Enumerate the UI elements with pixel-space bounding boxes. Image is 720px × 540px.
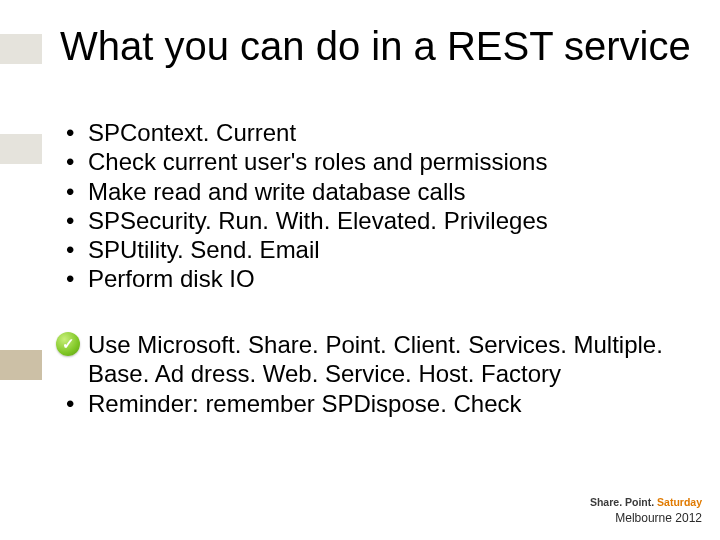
bullet-item: SPSecurity. Run. With. Elevated. Privile… <box>60 206 680 235</box>
footer: Share. Point. Saturday Melbourne 2012 <box>590 496 702 526</box>
note-use: ✓ Use Microsoft. Share. Point. Client. S… <box>60 330 680 389</box>
decoration-bar-top <box>0 34 42 64</box>
footer-location: Melbourne 2012 <box>590 511 702 526</box>
slide: What you can do in a REST service SPCont… <box>0 0 720 540</box>
checkmark-icon: ✓ <box>56 332 80 356</box>
bullet-item: Make read and write database calls <box>60 177 680 206</box>
footer-brand: Share. Point. Saturday <box>590 496 702 509</box>
decoration-bar-middle <box>0 134 42 164</box>
reminder-list: Reminder: remember SPDispose. Check <box>60 389 680 418</box>
bullet-item: SPUtility. Send. Email <box>60 235 680 264</box>
bullet-item: Perform disk IO <box>60 264 680 293</box>
footer-brand-part1: Share. Point. <box>590 496 654 508</box>
bullet-item: Check current user's roles and permissio… <box>60 147 680 176</box>
bullet-item: SPContext. Current <box>60 118 680 147</box>
note-use-text: Use Microsoft. Share. Point. Client. Ser… <box>88 331 663 387</box>
footer-brand-part2: Saturday <box>654 496 702 508</box>
slide-title: What you can do in a REST service <box>60 24 691 69</box>
body-list-primary: SPContext. Current Check current user's … <box>60 118 680 294</box>
bullet-item: Reminder: remember SPDispose. Check <box>60 389 680 418</box>
body-list-secondary: ✓ Use Microsoft. Share. Point. Client. S… <box>60 330 680 418</box>
decoration-bar-bottom <box>0 350 42 380</box>
bullet-list: SPContext. Current Check current user's … <box>60 118 680 294</box>
